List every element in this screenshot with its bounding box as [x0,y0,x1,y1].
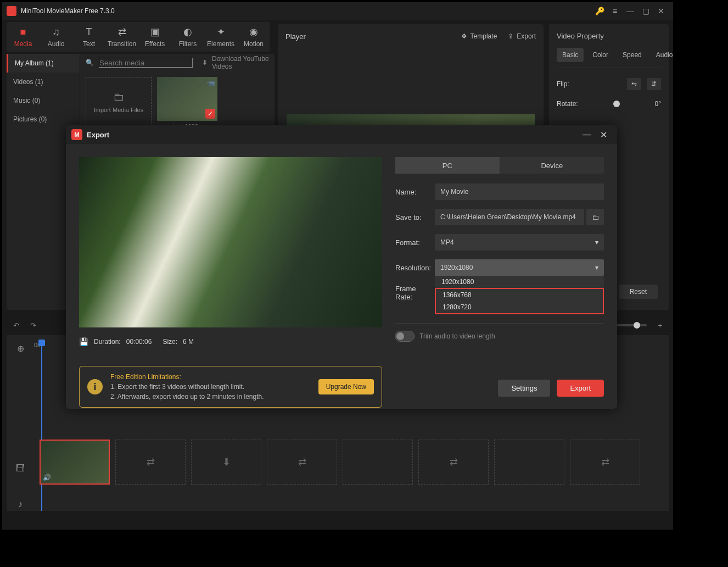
trim-audio-toggle[interactable] [395,331,414,341]
layers-icon: ❖ [461,32,467,40]
browse-button[interactable]: 🗀 [586,209,604,225]
sidebar-item-videos[interactable]: Videos (1) [7,73,80,91]
save-to-label: Save to: [395,213,435,221]
video-track-icon: 🎞 [7,444,34,493]
settings-button[interactable]: Settings [498,380,550,397]
upload-icon: ⇪ [508,32,513,40]
effects-icon: ▣ [150,26,160,38]
titlebar: MiniTool MovieMaker Free 7.3.0 🔑 ≡ — ▢ ✕ [2,2,673,20]
export-dialog: M Export — ✕ 💾 Duration: 00:00:06 Size: … [66,125,617,409]
tab-media[interactable]: ■Media [7,22,40,52]
rotate-slider[interactable] [613,101,620,107]
tab-audio-prop[interactable]: Audio [651,48,679,62]
tab-motion[interactable]: ◉Motion [237,22,270,52]
save-to-input[interactable] [435,209,584,225]
text-icon: T [86,26,92,38]
tab-filters[interactable]: ◐Filters [171,22,204,52]
media-clip-thumbnail[interactable]: 📹 ✓ [157,77,217,121]
folder-icon: 🗀 [113,91,124,103]
music-note-icon: ♫ [52,26,60,38]
video-track[interactable]: 🔊 ⇄ ⬇ ⇄ ⇄ ⇄ [40,440,662,485]
tab-transition[interactable]: ⇄Transition [105,22,138,52]
format-select[interactable]: MP4 ▾ [435,234,604,251]
dialog-title: Export [87,131,109,139]
app-logo-icon [7,6,16,16]
limitations-title: Free Edition Limitations: [110,372,311,382]
transition-slot[interactable]: ⇄ [570,440,640,485]
resolution-option[interactable]: 1920x1080 [435,276,604,288]
app-logo-icon: M [71,129,82,140]
limitation-line: 2. Afterwards, export video up to 2 minu… [110,392,311,402]
transition-icon: ⇄ [118,26,126,38]
limitation-line: 1. Export the first 3 videos without len… [110,382,311,392]
filters-icon: ◐ [183,26,192,38]
zoom-in-button[interactable]: + [658,321,662,330]
tab-basic[interactable]: Basic [557,48,584,62]
tab-text[interactable]: TText [72,22,105,52]
transition-slot[interactable]: ⇄ [115,440,186,485]
search-input[interactable] [98,57,193,68]
flip-vertical-button[interactable]: ⇵ [647,78,661,90]
template-button[interactable]: ❖Template [461,32,497,40]
playhead[interactable] [38,340,45,346]
export-confirm-button[interactable]: Export [557,380,604,397]
folder-icon: 🗀 [592,213,599,221]
name-label: Name: [395,188,435,196]
export-button[interactable]: ⇪Export [508,32,536,40]
sidebar-item-music[interactable]: Music (0) [7,91,80,110]
timeline-clip[interactable]: 🔊 [40,440,110,485]
flip-horizontal-button[interactable]: ⇋ [627,78,641,90]
duration-label: Duration: [94,338,121,346]
redo-button[interactable]: ↷ [30,321,36,330]
download-youtube-link[interactable]: Download YouTube Videos [212,55,269,70]
empty-clip-slot[interactable]: ⬇ [191,440,261,485]
dialog-minimize-button[interactable]: — [579,130,595,140]
transition-slot[interactable]: ⇄ [418,440,489,485]
app-title: MiniTool MovieMaker Free 7.3.0 [21,7,115,15]
info-icon: i [87,379,103,394]
sidebar-item-album[interactable]: My Album (1) [7,54,80,73]
reset-button[interactable]: Reset [619,285,658,299]
transition-slot[interactable]: ⇄ [267,440,337,485]
rotate-label: Rotate: [557,100,578,108]
size-value: 6 M [183,338,194,346]
audio-track-icon: ♪ [7,493,34,515]
minimize-button[interactable]: — [623,3,638,19]
dialog-close-button[interactable]: ✕ [595,130,612,140]
import-media-button[interactable]: 🗀 Import Media Files [86,77,152,126]
menu-icon[interactable]: ≡ [607,3,623,19]
upgrade-button[interactable]: Upgrade Now [318,379,374,394]
export-preview [79,157,382,327]
resolution-dropdown: 1920x1080 1366x768 1280x720 [435,276,604,314]
tab-effects[interactable]: ▣Effects [138,22,171,52]
name-input[interactable] [435,184,604,200]
maximize-button[interactable]: ▢ [638,3,653,19]
resolution-label: Resolution: [395,264,435,272]
flip-label: Flip: [557,80,569,88]
folder-icon: ■ [20,26,26,38]
resolution-select[interactable]: 1920x1080 ▾ 1920x1080 1366x768 1280x720 [435,259,604,276]
key-icon[interactable]: 🔑 [592,3,607,19]
chevron-down-icon: ▾ [595,238,598,246]
tab-pc[interactable]: PC [395,157,500,174]
motion-icon: ◉ [249,26,258,38]
player-label: Player [285,32,306,41]
download-icon: ⬇ [202,59,208,66]
resolution-option[interactable]: 1366x768 [436,289,603,301]
tab-device[interactable]: Device [500,157,604,174]
tab-color[interactable]: Color [587,48,614,62]
chevron-down-icon: ▾ [595,264,598,271]
empty-clip-slot[interactable] [343,440,413,485]
tab-elements[interactable]: ✦Elements [204,22,237,52]
framerate-label: Frame Rate: [395,285,435,301]
close-button[interactable]: ✕ [653,3,669,19]
tab-speed[interactable]: Speed [617,48,647,62]
undo-button[interactable]: ↶ [13,321,19,330]
resolution-option[interactable]: 1280x720 [436,301,603,313]
panel-title: Video Property [557,32,661,40]
limitations-box: i Free Edition Limitations: 1. Export th… [79,366,382,408]
add-track-icon[interactable]: ⊕ [7,335,34,362]
tab-audio[interactable]: ♫Audio [40,22,72,52]
size-label: Size: [163,338,177,346]
empty-clip-slot[interactable] [494,440,564,485]
